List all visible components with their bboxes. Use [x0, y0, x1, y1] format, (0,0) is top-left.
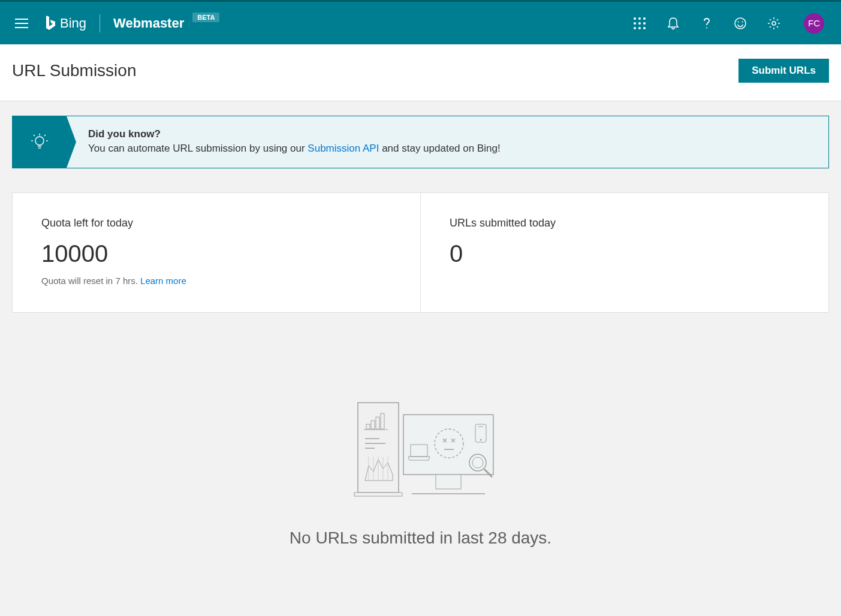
empty-illustration-icon — [346, 397, 496, 505]
page-header: URL Submission Submit URLs — [0, 44, 841, 101]
svg-point-7 — [638, 22, 641, 25]
stats-row: Quota left for today 10000 Quota will re… — [12, 192, 829, 313]
feedback-button[interactable] — [732, 15, 749, 32]
bell-icon — [667, 17, 680, 30]
avatar-initials: FC — [808, 18, 820, 28]
logo-divider — [100, 14, 100, 32]
menu-toggle-button[interactable] — [10, 11, 34, 35]
empty-state-message: No URLs submitted in last 28 days. — [12, 529, 829, 548]
quota-learn-more-link[interactable]: Learn more — [140, 276, 186, 286]
svg-point-11 — [643, 27, 646, 29]
info-banner-description: You can automate URL submission by using… — [88, 143, 501, 155]
top-navigation-bar: Bing Webmaster BETA FC — [0, 0, 841, 44]
notifications-button[interactable] — [665, 15, 682, 32]
svg-line-23 — [44, 135, 46, 136]
svg-point-10 — [638, 27, 641, 29]
help-icon — [700, 17, 713, 30]
lightbulb-icon — [31, 133, 49, 151]
svg-point-12 — [706, 27, 707, 28]
submission-api-link[interactable]: Submission API — [308, 143, 379, 154]
svg-point-14 — [738, 21, 739, 22]
submitted-label: URLs submitted today — [450, 217, 800, 230]
info-banner-content: Did you know? You can automate URL submi… — [67, 116, 517, 168]
info-text-before: You can automate URL submission by using… — [88, 143, 308, 154]
submit-urls-button[interactable]: Submit URLs — [738, 59, 829, 83]
svg-point-15 — [742, 21, 743, 22]
svg-line-24 — [34, 135, 35, 136]
product-name: Webmaster — [113, 16, 184, 31]
svg-point-16 — [772, 22, 776, 25]
apps-grid-icon — [633, 17, 646, 30]
topbar-actions: FC — [631, 13, 824, 34]
info-text-after: and stay updated on Bing! — [379, 143, 500, 154]
info-banner: Did you know? You can automate URL submi… — [12, 116, 829, 168]
hamburger-icon — [15, 19, 28, 28]
page-title: URL Submission — [12, 61, 738, 80]
help-button[interactable] — [698, 15, 715, 32]
quota-note: Quota will reset in 7 hrs. Learn more — [41, 276, 391, 286]
user-avatar[interactable]: FC — [804, 13, 824, 34]
beta-badge: BETA — [192, 13, 219, 22]
svg-rect-39 — [354, 493, 402, 496]
quota-note-text: Quota will reset in 7 hrs. — [41, 276, 140, 286]
quota-label: Quota left for today — [41, 217, 391, 230]
empty-state: No URLs submitted in last 28 days. — [12, 337, 829, 572]
svg-point-5 — [643, 17, 646, 20]
svg-point-6 — [634, 22, 636, 25]
submitted-card: URLs submitted today 0 — [421, 193, 828, 312]
settings-button[interactable] — [765, 15, 782, 32]
svg-point-13 — [735, 18, 746, 29]
svg-point-8 — [643, 22, 646, 25]
bing-logo[interactable]: Bing — [44, 15, 86, 32]
main-content: Did you know? You can automate URL submi… — [0, 101, 841, 586]
info-banner-title: Did you know? — [88, 128, 501, 140]
svg-point-51 — [480, 439, 481, 441]
bing-logo-text: Bing — [60, 16, 86, 31]
svg-point-9 — [634, 27, 636, 29]
svg-rect-41 — [436, 475, 461, 489]
svg-point-3 — [634, 17, 636, 20]
apps-button[interactable] — [631, 15, 648, 32]
gear-icon — [767, 17, 780, 30]
submitted-value: 0 — [450, 240, 800, 267]
bing-logo-icon — [44, 15, 56, 32]
empty-state-illustration — [346, 397, 496, 507]
svg-point-4 — [638, 17, 641, 20]
quota-value: 10000 — [41, 240, 391, 267]
smiley-icon — [734, 17, 747, 30]
info-banner-icon-box — [13, 116, 67, 168]
logo-area: Bing Webmaster BETA — [44, 14, 219, 32]
svg-point-17 — [35, 137, 44, 145]
quota-card: Quota left for today 10000 Quota will re… — [13, 193, 421, 312]
